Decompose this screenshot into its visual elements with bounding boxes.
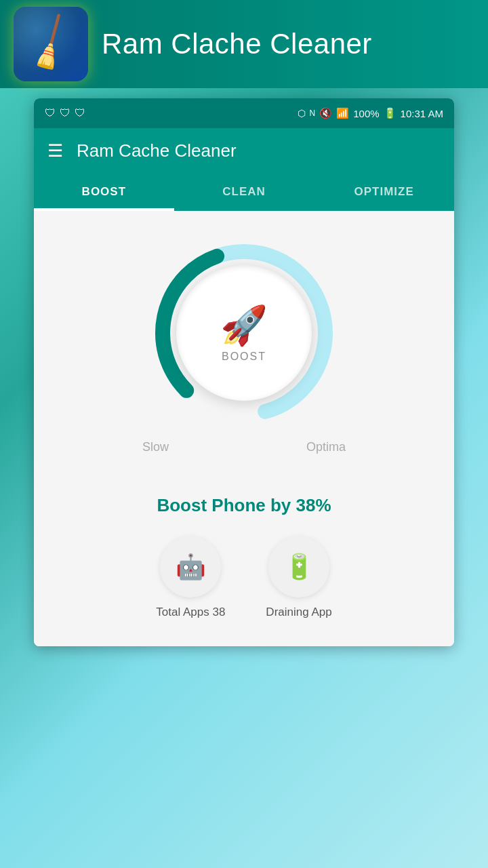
apps-icon: 🤖 (176, 553, 206, 581)
shield-icon-2: 🛡 (60, 107, 70, 119)
optima-label: Optima (306, 440, 346, 454)
stats-row: 🤖 Total Apps 38 🔋 Draining App (156, 536, 331, 619)
app-header-title: Ram Cache Cleaner (77, 140, 237, 161)
gauge-center-label: BOOST (222, 351, 266, 363)
top-bar-title: Ram Clache Cleaner (102, 28, 372, 60)
draining-app-circle[interactable]: 🔋 (268, 536, 329, 597)
tab-boost[interactable]: BOOST (34, 173, 174, 211)
status-bar: 🛡 🛡 🛡 ⬡ N 🔇 📶 100% 🔋 10:31 AM (34, 98, 454, 128)
shield-icon-3: 🛡 (75, 107, 85, 119)
stat-draining-app: 🔋 Draining App (266, 536, 331, 619)
app-logo: 🧹 (14, 7, 88, 81)
shield-icon-1: 🛡 (45, 107, 56, 119)
status-icons-left: 🛡 🛡 🛡 (45, 107, 85, 119)
total-apps-label: Total Apps 38 (156, 606, 225, 619)
mute-icon: 🔇 (319, 107, 332, 119)
stat-total-apps: 🤖 Total Apps 38 (156, 536, 225, 619)
tab-optimize[interactable]: OPTIMIZE (314, 173, 454, 211)
top-bar: 🧹 Ram Clache Cleaner (0, 0, 488, 88)
rocket-icon: 🚀 (220, 303, 268, 348)
total-apps-circle[interactable]: 🤖 (160, 536, 221, 597)
boost-info: Boost Phone by 38% 🤖 Total Apps 38 🔋 Dra… (47, 495, 441, 619)
app-header: ☰ Ram Cache Cleaner (34, 128, 454, 173)
tab-bar: BOOST CLEAN OPTIMIZE (34, 173, 454, 211)
gauge-labels: Slow Optima (142, 440, 346, 454)
menu-icon[interactable]: ☰ (47, 140, 63, 161)
battery-drain-icon: 🔋 (284, 553, 314, 581)
gauge-container[interactable]: 🚀 BOOST (142, 231, 346, 435)
nfc-icon: N (310, 108, 316, 118)
main-content: 🚀 BOOST Slow Optima Boost Phone by 38% 🤖… (34, 211, 454, 646)
tab-clean[interactable]: CLEAN (174, 173, 314, 211)
gauge-inner[interactable]: 🚀 BOOST (176, 265, 312, 401)
phone-container: 🛡 🛡 🛡 ⬡ N 🔇 📶 100% 🔋 10:31 AM ☰ Ram Cach… (34, 98, 454, 646)
boost-title: Boost Phone by 38% (157, 495, 331, 516)
signal-icon: 📶 (336, 107, 349, 119)
status-right: ⬡ N 🔇 📶 100% 🔋 10:31 AM (298, 107, 443, 119)
draining-app-label: Draining App (266, 606, 331, 619)
slow-label: Slow (142, 440, 169, 454)
battery-percent: 100% (353, 108, 379, 119)
broom-icon: 🧹 (17, 11, 85, 78)
clock: 10:31 AM (401, 108, 443, 119)
bluetooth-icon: ⬡ (298, 108, 306, 119)
battery-icon: 🔋 (384, 107, 396, 119)
